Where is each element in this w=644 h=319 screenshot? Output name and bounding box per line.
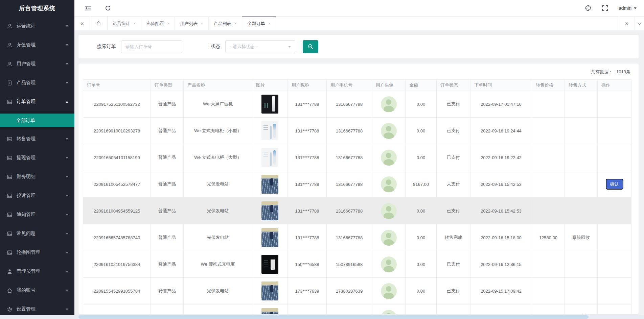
topbar: admin [74, 0, 644, 17]
sidebar-item-recharge-management[interactable]: 充值管理 [0, 35, 74, 54]
sidebar-item-withdrawal-management[interactable]: 提现管理 [0, 148, 74, 167]
tab-operations-stats[interactable]: 运营统计 × [108, 17, 141, 30]
cell-phone: 13166677788 [327, 198, 372, 224]
tab-user-list[interactable]: 用户列表 × [175, 17, 209, 30]
tab-all-orders[interactable]: 全部订单 × [242, 17, 276, 30]
col-phone: 用户手机号 [327, 80, 372, 91]
topbar-right: admin [585, 5, 637, 11]
sidebar-item-finance-details[interactable]: 财务明细 [0, 167, 74, 186]
table-row-highlighted: 2209161004954559125 普通产品 光伏发电站 131****77… [83, 198, 631, 224]
close-icon[interactable]: × [167, 21, 170, 26]
tabbar-spacer [276, 17, 619, 30]
image-icon [7, 136, 13, 142]
product-image [261, 148, 278, 167]
sidebar-item-all-orders[interactable]: 全部订单 [0, 114, 74, 127]
sidebar-item-carousel-management[interactable]: 轮播图管理 [0, 243, 74, 262]
confirm-button[interactable]: 确认 [606, 179, 623, 190]
user-avatar [381, 203, 397, 219]
menu-fold-icon[interactable] [85, 5, 91, 11]
table-row-partial [83, 304, 631, 314]
cell-amount: 9167.00 [406, 171, 437, 198]
sidebar-item-complaint-management[interactable]: 投诉管理 [0, 186, 74, 205]
tabs-scroll-right[interactable]: » [619, 17, 635, 30]
cell-nickname: 131****7788 [288, 198, 327, 224]
cell-order-type: 普通产品 [151, 91, 184, 118]
cell-order-type: 普通产品 [151, 251, 184, 278]
chevron-down-icon [66, 195, 68, 197]
horizontal-scrollbar-thumb[interactable] [78, 315, 589, 319]
cell-order-time: 2022-09-16 12:36:15 [470, 251, 532, 278]
palette-icon[interactable] [585, 5, 592, 11]
sidebar-item-faq[interactable]: 常见问题 [0, 224, 74, 243]
sidebar-item-user-management[interactable]: 用户管理 [0, 54, 74, 73]
main-area: admin « 运营统计 × 充值配置 × 用户列表 × 产品列表 × [74, 0, 644, 319]
cell-order-no: 2209165657485788740 [83, 224, 151, 251]
status-select[interactable]: --请选择状态-- [225, 40, 295, 53]
chevron-down-icon [66, 157, 68, 159]
cell-nickname [288, 304, 327, 314]
user-avatar [381, 310, 397, 314]
tabs-dropdown[interactable] [635, 17, 644, 30]
sidebar-item-my-account[interactable]: 我的账号 [0, 281, 74, 300]
cell-avatar [372, 278, 406, 304]
chevron-down-icon [66, 309, 68, 310]
chevron-down-icon [66, 233, 68, 235]
product-image [261, 228, 278, 247]
cell-resale-type [565, 91, 598, 118]
fullscreen-icon[interactable] [602, 5, 608, 11]
cell-avatar [372, 171, 406, 198]
order-number-input[interactable] [121, 40, 182, 53]
orders-table: 订单号 订单类型 产品名称 图片 用户昵称 用户手机号 用户头像 金额 订单状态… [83, 79, 631, 314]
cell-image [252, 251, 288, 278]
col-image: 图片 [252, 80, 288, 91]
col-order-time: 下单时间 [470, 80, 532, 91]
close-icon[interactable]: × [133, 21, 136, 26]
close-icon[interactable]: × [268, 21, 271, 26]
cell-avatar [372, 251, 406, 278]
cell-phone: 13166677788 [327, 91, 372, 118]
user-avatar [381, 283, 397, 299]
cell-status [437, 304, 470, 314]
tab-product-list[interactable]: 产品列表 × [209, 17, 243, 30]
table-row: 2209165657485788740 普通产品 光伏发电站 131****77… [83, 224, 631, 251]
chevron-down-icon [66, 290, 68, 291]
sidebar-item-order-management[interactable]: 订单管理 [0, 92, 74, 111]
sidebar-item-resale-management[interactable]: 转售管理 [0, 129, 74, 148]
table-row: 2209165054101158199 普通产品 We 立式充电柜（大型） 13… [83, 144, 631, 171]
cell-status: 转售完成 [437, 224, 470, 251]
scrollbar-grip-dots: … [582, 310, 586, 315]
product-image [261, 308, 278, 314]
user-avatar [381, 150, 397, 166]
table-row: 2209161005452578477 普通产品 光伏发电站 131****77… [83, 171, 631, 198]
cell-order-type: 普通产品 [151, 118, 184, 144]
cell-avatar [372, 118, 406, 144]
cell-status: 已支付 [437, 144, 470, 171]
search-button[interactable] [303, 40, 318, 53]
cell-order-time: 2022-09-16 15:18:00 [470, 224, 532, 251]
home-tab-icon[interactable] [90, 17, 108, 30]
close-icon[interactable]: × [201, 21, 203, 26]
status-label: 状态 [211, 44, 220, 50]
tab-recharge-config[interactable]: 充值配置 × [141, 17, 175, 30]
tabs-scroll-left[interactable]: « [74, 17, 90, 30]
document-icon [7, 80, 13, 86]
cell-product-name [184, 304, 252, 314]
cell-actions [598, 118, 631, 144]
cell-product-name: We 立式充电柜（小型） [184, 118, 252, 144]
chevron-down-icon [66, 25, 68, 27]
user-dropdown[interactable]: admin [619, 5, 637, 11]
cell-resale-type [565, 171, 598, 198]
chevron-down-icon [634, 7, 637, 9]
cell-resale-type [565, 144, 598, 171]
chevron-up-icon [66, 101, 68, 103]
sidebar-item-product-management[interactable]: 产品管理 [0, 73, 74, 92]
sidebar-item-notification-management[interactable]: 通知管理 [0, 205, 74, 224]
cell-resale-type [565, 251, 598, 278]
refresh-icon[interactable] [105, 5, 111, 11]
horizontal-scrollbar-track[interactable] [0, 315, 644, 319]
sidebar-item-operations-stats[interactable]: 运营统计 [0, 17, 74, 35]
cell-status: 未支付 [437, 171, 470, 198]
close-icon[interactable]: × [234, 21, 237, 26]
chevron-down-icon [66, 44, 68, 46]
sidebar-item-admin-management[interactable]: 管理员管理 [0, 262, 74, 281]
